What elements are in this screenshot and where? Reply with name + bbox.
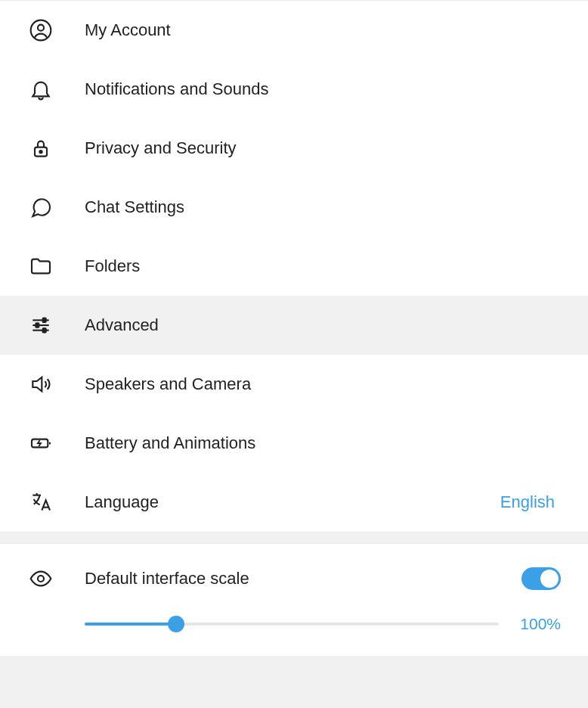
interface-scale-section: Default interface scale 100% bbox=[0, 544, 588, 656]
settings-item-folders[interactable]: Folders bbox=[0, 237, 588, 296]
scale-label: Default interface scale bbox=[85, 569, 521, 588]
slider-fill bbox=[85, 623, 176, 626]
item-label: Folders bbox=[85, 256, 561, 276]
item-label: Notifications and Sounds bbox=[85, 79, 561, 99]
lock-icon bbox=[27, 135, 54, 162]
settings-item-chat[interactable]: Chat Settings bbox=[0, 178, 588, 237]
settings-panel: My Account Notifications and Sounds Priv… bbox=[0, 0, 588, 656]
scale-slider[interactable] bbox=[85, 616, 499, 632]
settings-item-my-account[interactable]: My Account bbox=[0, 1, 588, 60]
svg-point-12 bbox=[38, 576, 44, 582]
speaker-icon bbox=[27, 371, 54, 398]
folder-icon bbox=[27, 253, 54, 280]
item-label: Battery and Animations bbox=[85, 433, 561, 453]
slider-thumb[interactable] bbox=[168, 616, 184, 632]
svg-rect-8 bbox=[36, 323, 39, 327]
settings-item-privacy[interactable]: Privacy and Security bbox=[0, 119, 588, 178]
settings-item-language[interactable]: Language English bbox=[0, 473, 588, 532]
settings-item-speakers[interactable]: Speakers and Camera bbox=[0, 355, 588, 414]
item-label: Advanced bbox=[85, 315, 561, 335]
svg-point-1 bbox=[38, 25, 44, 31]
item-label: My Account bbox=[85, 20, 561, 40]
scale-value: 100% bbox=[517, 615, 561, 633]
settings-item-notifications[interactable]: Notifications and Sounds bbox=[0, 60, 588, 119]
scale-toggle[interactable] bbox=[521, 567, 561, 590]
settings-item-advanced[interactable]: Advanced bbox=[0, 296, 588, 355]
chat-icon bbox=[27, 194, 54, 221]
item-label: Language bbox=[85, 492, 500, 512]
svg-rect-7 bbox=[43, 318, 46, 322]
account-icon bbox=[27, 17, 54, 44]
sliders-icon bbox=[27, 312, 54, 339]
language-value: English bbox=[500, 492, 555, 512]
item-label: Privacy and Security bbox=[85, 138, 561, 158]
item-label: Chat Settings bbox=[85, 197, 561, 217]
svg-point-3 bbox=[39, 151, 42, 153]
svg-rect-9 bbox=[43, 328, 46, 332]
settings-list: My Account Notifications and Sounds Priv… bbox=[0, 1, 588, 532]
item-label: Speakers and Camera bbox=[85, 374, 561, 394]
battery-icon bbox=[27, 430, 54, 457]
slider-track bbox=[85, 623, 499, 626]
scale-header-row: Default interface scale bbox=[27, 560, 561, 597]
settings-item-battery[interactable]: Battery and Animations bbox=[0, 414, 588, 473]
scale-slider-row: 100% bbox=[85, 615, 561, 633]
section-divider bbox=[0, 532, 588, 544]
language-icon bbox=[27, 489, 54, 516]
bell-icon bbox=[27, 76, 54, 103]
eye-icon bbox=[27, 565, 54, 592]
